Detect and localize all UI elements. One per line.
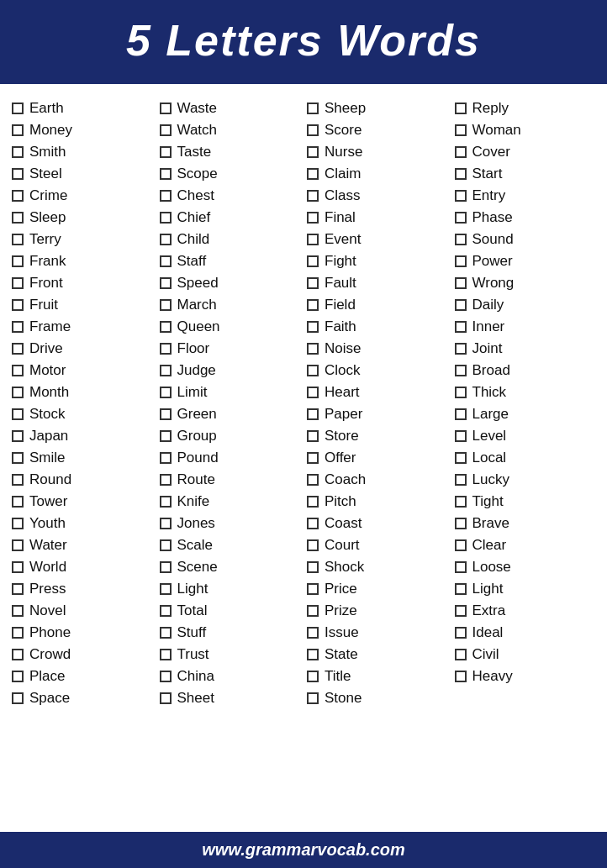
checkbox-icon[interactable] [307,627,319,639]
list-item[interactable]: Claim [304,163,451,185]
list-item[interactable]: Trust [156,644,304,665]
checkbox-icon[interactable] [307,255,319,267]
list-item[interactable]: Coast [304,513,451,534]
checkbox-icon[interactable] [455,408,467,420]
checkbox-icon[interactable] [160,277,172,289]
list-item[interactable]: Cover [451,141,599,163]
checkbox-icon[interactable] [307,583,319,595]
checkbox-icon[interactable] [455,561,467,573]
list-item[interactable]: Prize [304,600,451,622]
list-item[interactable]: Chest [156,185,304,207]
checkbox-icon[interactable] [307,452,319,464]
checkbox-icon[interactable] [160,430,172,442]
checkbox-icon[interactable] [12,430,24,442]
list-item[interactable]: Total [156,600,304,622]
list-item[interactable]: Extra [451,600,599,622]
checkbox-icon[interactable] [307,496,319,508]
checkbox-icon[interactable] [455,649,467,660]
checkbox-icon[interactable] [307,146,319,158]
list-item[interactable]: Large [451,403,599,425]
list-item[interactable]: Earth [8,97,156,119]
checkbox-icon[interactable] [160,321,172,333]
checkbox-icon[interactable] [12,255,24,267]
list-item[interactable]: Pound [156,447,304,469]
list-item[interactable]: Wrong [451,272,599,294]
checkbox-icon[interactable] [455,518,467,529]
list-item[interactable]: March [156,294,304,316]
checkbox-icon[interactable] [160,408,172,420]
list-item[interactable]: Month [8,381,156,403]
checkbox-icon[interactable] [455,343,467,355]
list-item[interactable]: Novel [8,600,156,622]
list-item[interactable]: Lucky [451,469,599,491]
list-item[interactable]: Sheep [304,97,451,119]
checkbox-icon[interactable] [455,627,467,639]
checkbox-icon[interactable] [307,168,319,180]
checkbox-icon[interactable] [455,474,467,486]
list-item[interactable]: Entry [451,185,599,207]
list-item[interactable]: Woman [451,119,599,141]
checkbox-icon[interactable] [307,408,319,420]
checkbox-icon[interactable] [455,190,467,202]
list-item[interactable]: Motor [8,360,156,381]
checkbox-icon[interactable] [12,583,24,595]
checkbox-icon[interactable] [12,496,24,508]
checkbox-icon[interactable] [12,649,24,660]
list-item[interactable]: Sheet [156,687,304,709]
checkbox-icon[interactable] [12,365,24,376]
checkbox-icon[interactable] [455,321,467,333]
list-item[interactable]: Queen [156,316,304,338]
list-item[interactable]: Frank [8,250,156,272]
checkbox-icon[interactable] [307,234,319,245]
checkbox-icon[interactable] [160,474,172,486]
checkbox-icon[interactable] [12,561,24,573]
list-item[interactable]: Space [8,687,156,709]
checkbox-icon[interactable] [160,452,172,464]
list-item[interactable]: Child [156,229,304,250]
list-item[interactable]: Final [304,207,451,229]
list-item[interactable]: Waste [156,97,304,119]
checkbox-icon[interactable] [12,452,24,464]
checkbox-icon[interactable] [455,103,467,114]
list-item[interactable]: Route [156,469,304,491]
list-item[interactable]: Issue [304,622,451,644]
checkbox-icon[interactable] [307,299,319,311]
list-item[interactable]: Reply [451,97,599,119]
checkbox-icon[interactable] [455,212,467,224]
checkbox-icon[interactable] [455,365,467,376]
list-item[interactable]: Event [304,229,451,250]
checkbox-icon[interactable] [160,605,172,617]
list-item[interactable]: Scope [156,163,304,185]
list-item[interactable]: Limit [156,381,304,403]
checkbox-icon[interactable] [12,605,24,617]
checkbox-icon[interactable] [307,343,319,355]
list-item[interactable]: Staff [156,250,304,272]
list-item[interactable]: Water [8,534,156,556]
list-item[interactable]: Court [304,534,451,556]
checkbox-icon[interactable] [12,277,24,289]
list-item[interactable]: Green [156,403,304,425]
list-item[interactable]: Thick [451,381,599,403]
checkbox-icon[interactable] [307,474,319,486]
checkbox-icon[interactable] [307,190,319,202]
list-item[interactable]: Price [304,578,451,600]
checkbox-icon[interactable] [307,671,319,682]
checkbox-icon[interactable] [455,496,467,508]
checkbox-icon[interactable] [455,605,467,617]
list-item[interactable]: Watch [156,119,304,141]
list-item[interactable]: Broad [451,360,599,381]
list-item[interactable]: Floor [156,338,304,360]
checkbox-icon[interactable] [455,255,467,267]
list-item[interactable]: Daily [451,294,599,316]
checkbox-icon[interactable] [160,561,172,573]
checkbox-icon[interactable] [12,518,24,529]
checkbox-icon[interactable] [160,518,172,529]
list-item[interactable]: Tower [8,491,156,513]
checkbox-icon[interactable] [160,496,172,508]
list-item[interactable]: Scale [156,534,304,556]
list-item[interactable]: Steel [8,163,156,185]
list-item[interactable]: Inner [451,316,599,338]
checkbox-icon[interactable] [160,190,172,202]
checkbox-icon[interactable] [12,321,24,333]
list-item[interactable]: Round [8,469,156,491]
